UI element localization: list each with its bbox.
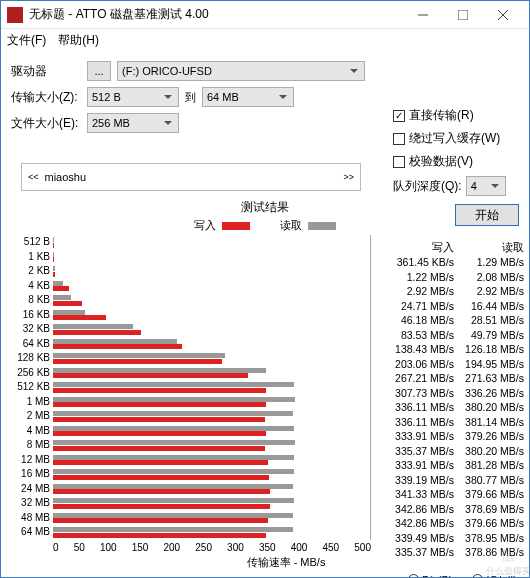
bar-row (53, 366, 370, 381)
bar-row (53, 279, 370, 294)
browse-button[interactable]: ... (87, 61, 111, 81)
bar-row (53, 337, 370, 352)
filesize-select[interactable]: 256 MB (87, 113, 179, 133)
table-row: 307.73 MB/s336.26 MB/s (384, 386, 524, 401)
table-row: 2.92 MB/s2.92 MB/s (384, 284, 524, 299)
bar-plot (53, 235, 371, 540)
table-row: 342.86 MB/s379.66 MB/s (384, 516, 524, 531)
write-swatch-icon (222, 222, 250, 230)
drive-select[interactable]: (F:) ORICO-UFSD (117, 61, 365, 81)
desc-text: miaoshu (41, 171, 342, 183)
bar-row (53, 409, 370, 424)
bar-row (53, 235, 370, 250)
bar-row (53, 525, 370, 540)
bar-row (53, 250, 370, 265)
bar-row (53, 511, 370, 526)
watermark-icon: 值什么值得买 (478, 547, 530, 578)
queue-depth-label: 队列深度(Q): (393, 178, 462, 195)
bar-row (53, 482, 370, 497)
read-swatch-icon (308, 222, 336, 230)
bar-row (53, 380, 370, 395)
menu-help[interactable]: 帮助(H) (58, 32, 99, 49)
table-row: 138.43 MB/s126.18 MB/s (384, 342, 524, 357)
table-row: 83.53 MB/s49.79 MB/s (384, 328, 524, 343)
results-table: 写入读取 361.45 KB/s1.29 MB/s1.22 MB/s2.08 M… (384, 240, 524, 560)
table-row: 339.49 MB/s378.95 MB/s (384, 531, 524, 546)
xfer-size-label: 传输大小(Z): (11, 89, 81, 106)
table-row: 203.06 MB/s194.95 MB/s (384, 357, 524, 372)
menu-file[interactable]: 文件(F) (7, 32, 46, 49)
svg-rect-1 (458, 10, 468, 20)
to-label: 到 (185, 90, 196, 105)
minimize-button[interactable] (403, 3, 443, 27)
bar-row (53, 438, 370, 453)
bar-row (53, 308, 370, 323)
bar-row (53, 424, 370, 439)
table-row: 1.22 MB/s2.08 MB/s (384, 270, 524, 285)
direct-io-checkbox[interactable]: ✓直接传输(R) (393, 107, 519, 124)
filesize-label: 文件大小(E): (11, 115, 81, 132)
table-row: 335.37 MB/s380.20 MB/s (384, 444, 524, 459)
table-row: 46.18 MB/s28.51 MB/s (384, 313, 524, 328)
bar-row (53, 496, 370, 511)
bar-row (53, 322, 370, 337)
x-axis-ticks: 050100150200250300350400450500 (11, 540, 371, 553)
desc-prev-icon[interactable]: << (26, 172, 41, 182)
table-row: 267.21 MB/s271.63 MB/s (384, 371, 524, 386)
unit-toggle: B/s(B) IO/s(I) (1, 574, 529, 579)
menu-bar: 文件(F) 帮助(H) (1, 29, 529, 51)
table-row: 336.11 MB/s380.20 MB/s (384, 400, 524, 415)
maximize-button[interactable] (443, 3, 483, 27)
desc-next-icon[interactable]: >> (341, 172, 356, 182)
xfer-to-select[interactable]: 64 MB (202, 87, 294, 107)
table-row: 342.86 MB/s378.69 MB/s (384, 502, 524, 517)
drive-label: 驱动器 (11, 63, 81, 80)
bar-row (53, 467, 370, 482)
table-row: 341.33 MB/s379.66 MB/s (384, 487, 524, 502)
verify-data-checkbox[interactable]: 校验数据(V) (393, 153, 519, 170)
table-row: 336.11 MB/s381.14 MB/s (384, 415, 524, 430)
bar-row (53, 293, 370, 308)
chart-legend: 写入 读取 (11, 218, 519, 233)
queue-depth-select[interactable]: 4 (466, 176, 506, 196)
bar-row (53, 351, 370, 366)
window-title: 无标题 - ATTO 磁盘基准测试 4.00 (29, 6, 403, 23)
y-axis-labels: 512 B1 KB2 KB4 KB8 KB16 KB32 KB64 KB128 … (11, 235, 53, 540)
xfer-from-select[interactable]: 512 B (87, 87, 179, 107)
bar-row (53, 453, 370, 468)
chart-title: 测试结果 (11, 199, 519, 216)
bar-row (53, 264, 370, 279)
table-row: 339.19 MB/s380.77 MB/s (384, 473, 524, 488)
table-row: 333.91 MB/s379.26 MB/s (384, 429, 524, 444)
title-bar: 无标题 - ATTO 磁盘基准测试 4.00 (1, 1, 529, 29)
close-button[interactable] (483, 3, 523, 27)
app-icon (7, 7, 23, 23)
bypass-cache-checkbox[interactable]: 绕过写入缓存(W) (393, 130, 519, 147)
table-row: 333.91 MB/s381.28 MB/s (384, 458, 524, 473)
bar-row (53, 395, 370, 410)
table-row: 24.71 MB/s16.44 MB/s (384, 299, 524, 314)
description-input[interactable]: << miaoshu >> (21, 163, 361, 191)
table-row: 361.45 KB/s1.29 MB/s (384, 255, 524, 270)
radio-bps[interactable]: B/s(B) (408, 574, 453, 579)
